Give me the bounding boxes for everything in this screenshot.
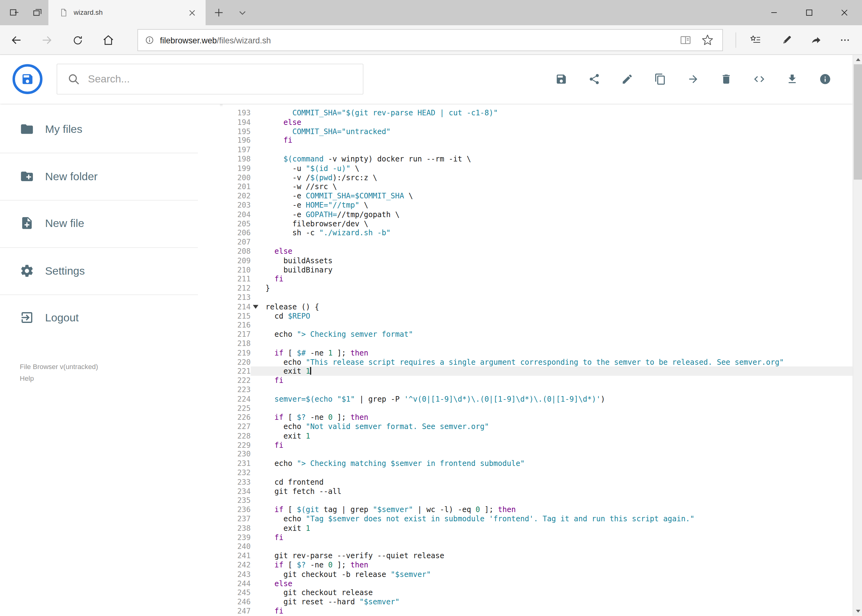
code-line[interactable]: 239 fi	[222, 533, 853, 542]
code-line[interactable]: 210 buildBinary	[222, 265, 853, 274]
code-line[interactable]: 233 cd frontend	[222, 477, 853, 487]
refresh-button[interactable]	[66, 28, 90, 52]
code-line[interactable]: 240	[222, 542, 853, 551]
sidebar-item-settings[interactable]: Settings	[0, 258, 220, 284]
code-line[interactable]: 213	[222, 293, 853, 302]
code-line[interactable]: 216	[222, 321, 853, 330]
code-line[interactable]: 219 if [ $# -ne 1 ]; then	[222, 348, 853, 357]
code-line[interactable]: 226 if [ $? -ne 0 ]; then	[222, 413, 853, 422]
set-tabs-aside-button[interactable]	[3, 0, 25, 25]
code-line[interactable]: 220 echo "This release script requires a…	[222, 357, 853, 366]
code-line[interactable]: 218	[222, 339, 853, 348]
code-line[interactable]: 198 $(command -v winpty) docker run --rm…	[222, 154, 853, 163]
code-line[interactable]: 236 if [ $(git tag | grep "$semver" | wc…	[222, 505, 853, 514]
favorite-star-icon[interactable]	[701, 34, 713, 46]
code-line[interactable]: 214release () {	[222, 302, 853, 311]
code-line[interactable]: 243 git checkout -b release "$semver"	[222, 570, 853, 579]
code-line[interactable]: 228 exit 1	[222, 431, 853, 440]
more-button[interactable]	[833, 28, 857, 52]
share-button[interactable]	[804, 28, 829, 52]
code-line[interactable]: 237 echo "Tag $semver does not exist in …	[222, 514, 853, 523]
copy-button[interactable]	[647, 66, 674, 92]
code-line[interactable]: 208 else	[222, 247, 853, 256]
fold-arrow-icon[interactable]	[253, 305, 258, 309]
code-line[interactable]: 225	[222, 404, 853, 413]
code-line[interactable]: 209 buildAssets	[222, 256, 853, 265]
code-line[interactable]: 202 -e COMMIT_SHA=$COMMIT_SHA \	[222, 191, 853, 201]
close-icon[interactable]	[186, 6, 198, 19]
code-line[interactable]: 232	[222, 468, 853, 477]
new-tab-button[interactable]	[208, 0, 230, 25]
save-button[interactable]	[548, 66, 575, 92]
code-line[interactable]: 217 echo "> Checking semver format"	[222, 330, 853, 339]
close-window-button[interactable]	[827, 0, 862, 25]
tab-list-button[interactable]	[232, 0, 253, 25]
annotate-button[interactable]	[774, 28, 798, 52]
code-line[interactable]: 224 semver=$(echo "$1" | grep -P '^v(0|[…	[222, 394, 853, 404]
code-line[interactable]: 196 fi	[222, 136, 853, 145]
code-line[interactable]: 244 else	[222, 579, 853, 588]
sidebar-item-my-files[interactable]: My files	[0, 116, 220, 142]
home-button[interactable]	[96, 28, 121, 52]
help-link[interactable]: Help	[20, 374, 34, 383]
code-line[interactable]: 211 fi	[222, 274, 853, 284]
code-line[interactable]: 200 -v /$(pwd):/src:z \	[222, 173, 853, 182]
code-line[interactable]: 229 fi	[222, 440, 853, 449]
code-line[interactable]: 231 echo "> Checking matching $semver in…	[222, 459, 853, 468]
back-button[interactable]	[4, 28, 28, 52]
vertical-scrollbar[interactable]	[853, 55, 862, 616]
code-line[interactable]: 241 git rev-parse --verify --quiet relea…	[222, 551, 853, 560]
share-button[interactable]	[581, 66, 607, 92]
download-button[interactable]	[779, 66, 805, 92]
raw-code-button[interactable]	[746, 66, 772, 92]
code-line[interactable]: 247 fi	[222, 607, 853, 616]
code-line[interactable]: 242 if [ $? -ne 0 ]; then	[222, 560, 853, 570]
scrollbar-thumb[interactable]	[854, 64, 862, 179]
minimize-button[interactable]	[756, 0, 791, 25]
code-line[interactable]: 197	[222, 145, 853, 154]
code-line[interactable]: 230	[222, 449, 853, 459]
delete-button[interactable]	[713, 66, 739, 92]
sidebar-item-new-folder[interactable]: New folder	[0, 163, 220, 190]
code-line[interactable]: 245 git checkout release	[222, 588, 853, 597]
code-line[interactable]: 199 -u "$(id -u)" \	[222, 163, 853, 173]
code-line[interactable]: 221 exit 1	[222, 366, 853, 376]
code-line[interactable]: 206 sh -c "./wizard.sh -b"	[222, 228, 853, 237]
code-line[interactable]: 238 exit 1	[222, 523, 853, 533]
browser-tab[interactable]: wizard.sh	[48, 0, 206, 25]
code-line[interactable]: 223	[222, 385, 853, 394]
code-line[interactable]: 205 filebrowser/dev \	[222, 219, 853, 228]
sidebar-item-logout[interactable]: Logout	[0, 305, 220, 331]
forward-button[interactable]	[35, 28, 59, 52]
search-input[interactable]	[88, 73, 354, 85]
code-line[interactable]: 212}	[222, 284, 853, 293]
search-box[interactable]	[57, 64, 364, 94]
code-line[interactable]: 235	[222, 496, 853, 505]
code-line[interactable]: 234 git fetch --all	[222, 487, 853, 496]
code-line[interactable]: 204 -e GOPATH=//tmp/gopath \	[222, 210, 853, 219]
page-info-icon[interactable]	[145, 35, 154, 45]
code-line[interactable]: 207	[222, 237, 853, 247]
edit-button[interactable]	[614, 66, 640, 92]
code-line[interactable]: 195 COMMIT_SHA="untracked"	[222, 127, 853, 136]
filebrowser-logo[interactable]	[12, 64, 43, 94]
code-line[interactable]: 201 -w //src \	[222, 182, 853, 191]
reading-view-icon[interactable]	[679, 34, 692, 46]
info-button[interactable]	[812, 66, 838, 92]
scroll-down-button[interactable]	[853, 607, 862, 616]
code-line[interactable]: 227 echo "Not valid semver format. See s…	[222, 422, 853, 431]
hub-button[interactable]	[743, 28, 767, 52]
code-line[interactable]: 222 fi	[222, 376, 853, 385]
code-line[interactable]: 194 else	[222, 118, 853, 127]
tabs-preview-button[interactable]	[27, 0, 48, 25]
code-line[interactable]: 215 cd $REPO	[222, 311, 853, 321]
maximize-button[interactable]	[791, 0, 827, 25]
code-line[interactable]: 203 -e HOME="//tmp" \	[222, 201, 853, 210]
scroll-up-button[interactable]	[853, 55, 862, 64]
code-line[interactable]: 246 git reset --hard "$semver"	[222, 597, 853, 607]
move-button[interactable]	[680, 66, 707, 92]
address-bar[interactable]: filebrowser.web/files/wizard.sh	[137, 29, 723, 51]
sidebar-item-new-file[interactable]: New file	[0, 210, 220, 236]
code-editor[interactable]: 193 COMMIT_SHA="$(git rev-parse HEAD | c…	[222, 104, 853, 616]
code-line[interactable]: 193 COMMIT_SHA="$(git rev-parse HEAD | c…	[222, 108, 853, 118]
